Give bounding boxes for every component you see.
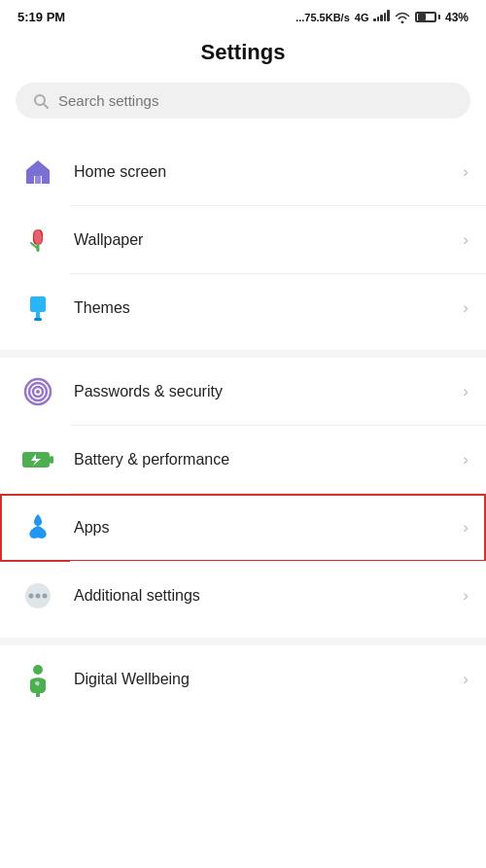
home-screen-chevron: ›: [463, 162, 469, 182]
setting-item-additional[interactable]: Additional settings ›: [0, 562, 486, 630]
section-1: Home screen › Wallpaper ›: [0, 138, 486, 342]
setting-item-battery[interactable]: Battery & performance ›: [0, 426, 486, 494]
svg-point-19: [36, 594, 41, 599]
search-icon: [33, 93, 49, 109]
apps-label: Apps: [74, 519, 463, 537]
svg-rect-15: [50, 456, 53, 464]
status-bar: 5:19 PM ...75.5KB/s 4G: [0, 0, 486, 30]
home-screen-icon: [17, 152, 58, 192]
section-2: Passwords & security › Battery & perform…: [0, 358, 486, 630]
svg-point-13: [36, 390, 40, 394]
page-title: Settings: [0, 30, 486, 83]
time: 5:19 PM: [17, 10, 65, 24]
apps-icon: [17, 507, 58, 548]
network-type-icon: 4G: [355, 12, 369, 23]
divider-2: [0, 638, 486, 645]
svg-point-5: [34, 230, 42, 244]
additional-chevron: ›: [463, 586, 469, 606]
passwords-icon: [17, 371, 58, 412]
themes-chevron: ›: [463, 298, 469, 318]
themes-label: Themes: [74, 299, 463, 317]
setting-item-passwords[interactable]: Passwords & security ›: [0, 358, 486, 426]
wellbeing-chevron: ›: [463, 670, 469, 689]
svg-point-21: [33, 665, 43, 675]
network-speed: ...75.5KB/s: [295, 12, 350, 23]
signal-icon: [373, 10, 390, 24]
wallpaper-label: Wallpaper: [74, 231, 463, 249]
wallpaper-chevron: ›: [463, 230, 469, 250]
svg-rect-2: [35, 176, 41, 184]
setting-item-apps[interactable]: Apps ›: [0, 494, 486, 562]
svg-point-18: [29, 594, 34, 599]
home-screen-label: Home screen: [74, 163, 463, 181]
passwords-chevron: ›: [463, 382, 469, 401]
battery-chevron: ›: [463, 450, 469, 469]
search-input[interactable]: [58, 92, 453, 109]
battery-perf-icon: [17, 439, 58, 480]
wifi-icon: [395, 12, 410, 23]
setting-item-wellbeing[interactable]: Digital Wellbeing ›: [0, 645, 486, 713]
wellbeing-icon: [17, 659, 58, 700]
svg-line-1: [44, 104, 48, 108]
setting-item-home-screen[interactable]: Home screen ›: [0, 138, 486, 206]
status-icons: ...75.5KB/s 4G: [295, 10, 469, 24]
wellbeing-label: Digital Wellbeing: [74, 671, 463, 688]
wallpaper-icon: [17, 220, 58, 260]
svg-rect-7: [30, 296, 46, 312]
svg-point-20: [43, 594, 48, 599]
section-3: Digital Wellbeing ›: [0, 645, 486, 713]
setting-item-themes[interactable]: Themes ›: [0, 274, 486, 342]
battery-percent: 43%: [445, 11, 469, 24]
setting-item-wallpaper[interactable]: Wallpaper ›: [0, 206, 486, 274]
svg-rect-9: [34, 318, 42, 321]
search-bar[interactable]: [16, 83, 470, 119]
themes-icon: [17, 288, 58, 329]
additional-icon: [17, 575, 58, 616]
passwords-label: Passwords & security: [74, 383, 463, 400]
battery-label: Battery & performance: [74, 451, 463, 469]
additional-label: Additional settings: [74, 587, 463, 605]
battery-icon: [415, 12, 440, 22]
divider-1: [0, 350, 486, 358]
apps-chevron: ›: [463, 518, 469, 538]
